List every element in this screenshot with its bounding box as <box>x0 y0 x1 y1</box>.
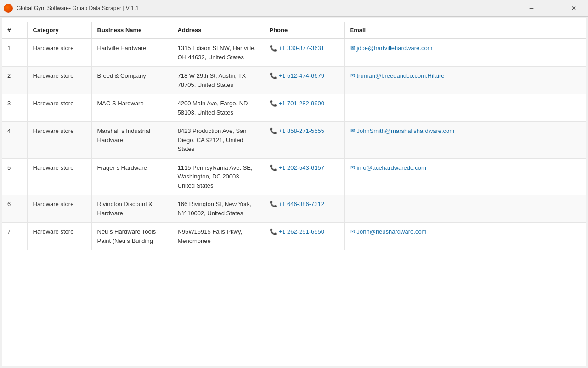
email-icon: ✉ <box>350 45 355 52</box>
phone-link[interactable]: +1 646-386-7312 <box>279 201 324 207</box>
col-header-phone: Phone <box>264 22 344 39</box>
cell-business-name: MAC S Hardware <box>91 94 172 122</box>
table-row: 2Hardware storeBreed & Company718 W 29th… <box>2 67 586 94</box>
table-wrapper[interactable]: # Category Business Name Address Phone E… <box>2 18 586 366</box>
email-link[interactable]: truman@breedandco.com.Hilaire <box>357 72 445 79</box>
data-table: # Category Business Name Address Phone E… <box>2 22 586 250</box>
col-header-category: Category <box>27 22 91 39</box>
table-row: 5Hardware storeFrager s Hardware1115 Pen… <box>2 158 586 195</box>
email-link[interactable]: JohnSmith@marshallshardware.com <box>357 127 455 134</box>
phone-icon: 📞 <box>270 100 277 107</box>
cell-address: 1115 Pennsylvania Ave. SE, Washington, D… <box>172 158 264 195</box>
email-icon: ✉ <box>350 164 355 171</box>
table-row: 3Hardware storeMAC S Hardware4200 Main A… <box>2 94 586 122</box>
cell-address: 166 Rivington St, New York, NY 10002, Un… <box>172 195 264 223</box>
main-content: # Category Business Name Address Phone E… <box>2 18 586 366</box>
cell-category: Hardware store <box>27 67 91 94</box>
cell-category: Hardware store <box>27 158 91 195</box>
title-bar: Global Gym Software- Gmap Data Scraper |… <box>0 0 588 17</box>
table-header-row: # Category Business Name Address Phone E… <box>2 22 586 39</box>
table-row: 6Hardware storeRivington Discount & Hard… <box>2 195 586 223</box>
phone-icon: 📞 <box>270 127 277 134</box>
maximize-button[interactable]: □ <box>542 0 563 17</box>
cell-address: N95W16915 Falls Pkwy, Menomonee <box>172 223 264 250</box>
cell-email <box>344 94 586 122</box>
cell-email <box>344 195 586 223</box>
col-header-address: Address <box>172 22 264 39</box>
phone-link[interactable]: +1 858-271-5555 <box>279 127 324 134</box>
cell-address: 8423 Production Ave, San Diego, CA 92121… <box>172 122 264 159</box>
cell-address: 4200 Main Ave, Fargo, ND 58103, United S… <box>172 94 264 122</box>
phone-link[interactable]: +1 202-543-6157 <box>279 164 324 171</box>
title-bar-text: Global Gym Software- Gmap Data Scraper |… <box>17 5 521 12</box>
cell-phone: 📞+1 701-282-9900 <box>264 94 344 122</box>
cell-phone: 📞+1 330-877-3631 <box>264 39 344 67</box>
phone-icon: 📞 <box>270 201 277 207</box>
phone-icon: 📞 <box>270 45 277 52</box>
col-header-email: Email <box>344 22 586 39</box>
cell-num: 1 <box>2 39 27 67</box>
cell-phone: 📞+1 646-386-7312 <box>264 195 344 223</box>
cell-email: ✉info@acehardwaredc.com <box>344 158 586 195</box>
phone-link[interactable]: +1 701-282-9900 <box>279 100 324 107</box>
cell-num: 2 <box>2 67 27 94</box>
cell-category: Hardware store <box>27 39 91 67</box>
cell-address: 718 W 29th St, Austin, TX 78705, United … <box>172 67 264 94</box>
col-header-business-name: Business Name <box>91 22 172 39</box>
cell-category: Hardware store <box>27 195 91 223</box>
cell-business-name: Rivington Discount & Hardware <box>91 195 172 223</box>
cell-business-name: Neu s Hardware Tools Paint (Neu s Buildi… <box>91 223 172 250</box>
cell-num: 3 <box>2 94 27 122</box>
phone-icon: 📞 <box>270 228 277 235</box>
phone-icon: 📞 <box>270 72 277 79</box>
window-controls: ─ □ ✕ <box>521 0 584 17</box>
cell-email: ✉jdoe@hartvillehardware.com <box>344 39 586 67</box>
cell-business-name: Breed & Company <box>91 67 172 94</box>
cell-business-name: Frager s Hardware <box>91 158 172 195</box>
cell-num: 6 <box>2 195 27 223</box>
cell-category: Hardware store <box>27 122 91 159</box>
close-button[interactable]: ✕ <box>563 0 584 17</box>
cell-email: ✉truman@breedandco.com.Hilaire <box>344 67 586 94</box>
phone-link[interactable]: +1 512-474-6679 <box>279 72 324 79</box>
cell-phone: 📞+1 202-543-6157 <box>264 158 344 195</box>
table-row: 1Hardware storeHartville Hardware1315 Ed… <box>2 39 586 67</box>
cell-num: 4 <box>2 122 27 159</box>
email-icon: ✉ <box>350 228 355 235</box>
cell-phone: 📞+1 858-271-5555 <box>264 122 344 159</box>
phone-link[interactable]: +1 262-251-6550 <box>279 228 324 235</box>
email-link[interactable]: info@acehardwaredc.com <box>357 164 426 171</box>
cell-num: 5 <box>2 158 27 195</box>
email-icon: ✉ <box>350 72 355 79</box>
cell-business-name: Marshall s Industrial Hardware <box>91 122 172 159</box>
table-row: 4Hardware storeMarshall s Industrial Har… <box>2 122 586 159</box>
cell-category: Hardware store <box>27 94 91 122</box>
email-icon: ✉ <box>350 127 355 134</box>
cell-category: Hardware store <box>27 223 91 250</box>
email-link[interactable]: John@neushardware.com <box>357 228 427 235</box>
minimize-button[interactable]: ─ <box>521 0 542 17</box>
app-icon <box>4 4 13 13</box>
cell-email: ✉JohnSmith@marshallshardware.com <box>344 122 586 159</box>
cell-phone: 📞+1 512-474-6679 <box>264 67 344 94</box>
cell-phone: 📞+1 262-251-6550 <box>264 223 344 250</box>
cell-num: 7 <box>2 223 27 250</box>
cell-address: 1315 Edison St NW, Hartville, OH 44632, … <box>172 39 264 67</box>
col-header-num: # <box>2 22 27 39</box>
cell-business-name: Hartville Hardware <box>91 39 172 67</box>
table-row: 7Hardware storeNeu s Hardware Tools Pain… <box>2 223 586 250</box>
phone-link[interactable]: +1 330-877-3631 <box>279 45 324 52</box>
phone-icon: 📞 <box>270 164 277 171</box>
email-link[interactable]: jdoe@hartvillehardware.com <box>357 45 433 52</box>
cell-email: ✉John@neushardware.com <box>344 223 586 250</box>
